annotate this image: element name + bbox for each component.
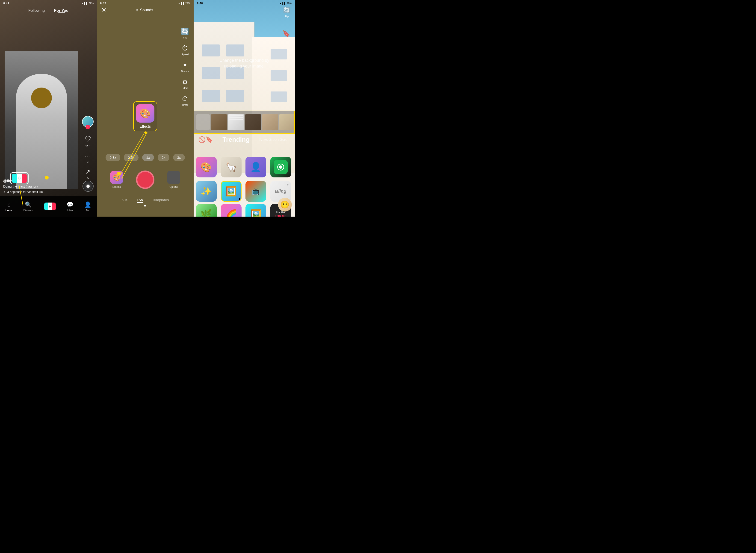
upload-label: Upload (169, 185, 178, 188)
timer-control[interactable]: ⏲ Timer (182, 95, 188, 106)
flip-control[interactable]: 🔄 Flip (181, 28, 189, 39)
tab-for-you[interactable]: For You (54, 8, 69, 13)
speed-control[interactable]: ⏱ Speed (181, 45, 189, 56)
image-thumb-5[interactable] (279, 114, 295, 130)
filters-control[interactable]: ⚙ Filters (181, 78, 188, 89)
bottom-navigation: ⌂ Home 🔍 Discover + 💬 Inbox 👤 Me (0, 196, 97, 217)
nav-me[interactable]: 👤 Me (84, 202, 91, 212)
status-bar-panel1: 8:42 ▲ ▌▌ 22% (0, 0, 97, 6)
nav-me-label: Me (86, 209, 90, 212)
effects-popup-box: 🎨 Effects (133, 101, 157, 131)
effect-cell-2[interactable]: 🦙 (221, 157, 241, 177)
nav-discover[interactable]: 🔍 Discover (23, 202, 33, 212)
profile-icon: 👤 (84, 202, 91, 208)
beauty-icon: ✦ (182, 61, 187, 69)
nav-inbox-label: Inbox (67, 209, 73, 212)
like-button[interactable]: ♡ 110 (85, 135, 91, 148)
green-screen-label[interactable]: Green Scre... (269, 138, 290, 142)
avatar-button[interactable]: + (82, 116, 93, 128)
effects-thumbnail[interactable]: 🎨 Effects (110, 171, 123, 188)
image-thumb-4[interactable] (262, 114, 278, 130)
like-count: 110 (85, 145, 90, 148)
trending-label[interactable]: Trending (213, 136, 259, 143)
nav-home[interactable]: ⌂ Home (6, 202, 13, 212)
tab-following-label: Following (28, 8, 45, 13)
close-button[interactable]: ✕ (101, 6, 106, 14)
discover-icon: 🔍 (25, 202, 32, 208)
effect-cell-9[interactable]: 🌿 (196, 204, 217, 217)
video-caption: Doing the least #laundry (3, 184, 78, 188)
status-icons-panel1: ▲ ▌▌ 22% (81, 2, 93, 5)
effects-bottom-icon: 🎨 (110, 171, 123, 184)
comment-count: 4 (87, 161, 88, 164)
image-thumb-3[interactable] (245, 114, 261, 130)
effect-cell-6-highlighted[interactable]: 🖼️ ⬇ (221, 181, 241, 202)
speed-0.3x[interactable]: 0.3x (105, 154, 120, 161)
flip-label: Flip (183, 36, 187, 39)
camera-controls: 🔄 Flip ⏱ Speed ✦ Beauty ⚙ Filters ⏲ Time… (181, 28, 189, 106)
image-thumb-2[interactable] (228, 114, 244, 130)
annotation-dot-create (45, 176, 49, 180)
upload-icon (167, 171, 180, 184)
effect-cell-11[interactable]: 🖼️ (245, 204, 266, 217)
effect-cell-4[interactable] (271, 157, 291, 177)
duration-60s[interactable]: 60s (122, 198, 128, 203)
action-buttons: + ♡ 110 ⋯ 4 ↗ 5 (82, 116, 93, 180)
duration-templates[interactable]: Templates (152, 198, 169, 203)
duration-15s[interactable]: 15s (137, 198, 143, 203)
image-thumb-1[interactable] (211, 114, 227, 130)
nav-create[interactable]: + (44, 203, 56, 210)
create-button-highlight: + (10, 172, 28, 184)
buildings-bg (194, 22, 295, 173)
panel-feed: 8:42 ▲ ▌▌ 22% Following For You + ♡ 110 … (0, 0, 97, 217)
speed-controls: 0.3x 0.5x 1x 2x 3x (104, 154, 187, 161)
effect-cell-1[interactable]: 🎨 (196, 157, 217, 177)
beauty-label: Beauty (181, 70, 189, 73)
beauty-control[interactable]: ✦ Beauty (181, 61, 189, 73)
bookmark-icon[interactable]: 🔖 (282, 30, 290, 37)
record-area: 🎨 Effects Upload (97, 170, 194, 189)
speed-0.5x[interactable]: 0.5x (124, 154, 139, 161)
effect-cell-7[interactable]: 📺 (245, 181, 266, 202)
create-button-inner[interactable]: + (12, 174, 27, 183)
comment-icon: ⋯ (85, 152, 91, 160)
comment-button[interactable]: ⋯ 4 (85, 152, 91, 164)
speed-1x[interactable]: 1x (142, 154, 154, 161)
speed-icon: ⏱ (182, 45, 188, 52)
create-nav-button[interactable]: + (44, 203, 56, 210)
share-button[interactable]: ↗ 5 (85, 168, 90, 180)
upload-thumbnail[interactable]: Upload (167, 171, 180, 188)
bookmark-bottom-icon[interactable]: 🔖 (206, 136, 213, 143)
music-icon: ♬ (3, 190, 6, 193)
header-title: ♫ Sounds (135, 8, 153, 12)
effects-popup: 🎨 Effects (133, 101, 157, 131)
create-nav-icon: + (49, 204, 52, 210)
record-button[interactable] (136, 170, 154, 189)
panel-camera: 8:42 ▲ ▌▌ 22% ✕ ♫ Sounds 🔄 Flip ⏱ Speed … (97, 0, 194, 217)
panel-effects-browser: 8:48 ▲ ▌▌ 20% 🔄 Flip 🔖 Change the backgr… (194, 0, 295, 217)
effect-cell-5[interactable]: ✨ (196, 181, 217, 202)
share-icon: ↗ (85, 168, 90, 175)
effects-grid-row2: ✨ 🖼️ ⬇ 📺 Bling ✦ (196, 181, 293, 202)
follow-badge: + (85, 125, 90, 129)
heart-icon: ♡ (85, 135, 91, 144)
sounds-label: Sounds (140, 8, 153, 12)
effects-grid-row1: 🎨 🦙 👤 (196, 157, 293, 177)
flip-icon-panel3[interactable]: 🔄 (283, 6, 290, 14)
tab-following[interactable]: Following (28, 8, 45, 13)
effects-bottom-label: Effects (112, 185, 121, 188)
nav-inbox[interactable]: 💬 Inbox (67, 202, 74, 212)
face-avatar: 😐 (278, 198, 292, 212)
flip-icon: 🔄 (181, 28, 189, 35)
annotation-dot-effects (117, 172, 121, 176)
new-label[interactable]: New (259, 137, 269, 142)
camera-header: ✕ ♫ Sounds (97, 6, 194, 14)
filters-icon: ⚙ (182, 78, 188, 86)
effect-cell-3[interactable]: 👤 (245, 157, 266, 177)
effect-cell-10[interactable]: 🌈 (221, 204, 241, 217)
timer-icon: ⏲ (182, 95, 188, 102)
speed-3x[interactable]: 3x (173, 154, 185, 161)
no-icon[interactable]: 🚫 (198, 136, 206, 143)
speed-2x[interactable]: 2x (158, 154, 170, 161)
add-image-button[interactable]: + (196, 114, 210, 130)
